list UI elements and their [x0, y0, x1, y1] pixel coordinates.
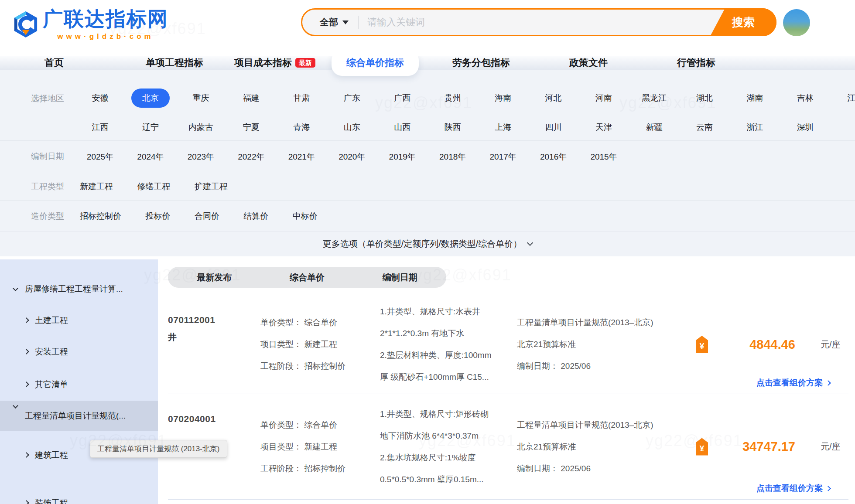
chevron-right-icon [825, 486, 831, 491]
region-option-label: 重庆 [192, 92, 209, 104]
date-option[interactable]: 2015年 [580, 151, 628, 163]
region-option[interactable]: 山西 [378, 122, 427, 133]
region-option-label: 黑龙江 [642, 92, 667, 104]
price-type-option[interactable]: 合同价 [195, 211, 219, 222]
region-option[interactable]: 江苏 [831, 92, 855, 104]
site-url: www·gldzb·com [43, 32, 168, 41]
project-type-option[interactable]: 修缮工程 [137, 181, 170, 192]
region-option[interactable]: 福建 [227, 92, 275, 104]
search-category-value: 全部 [320, 16, 338, 28]
region-option[interactable]: 安徽 [76, 92, 124, 104]
new-badge: 最新 [295, 58, 315, 68]
sidebar-item[interactable]: 其它清单 [0, 379, 158, 390]
region-option-label: 江西 [92, 122, 109, 133]
sort-tab[interactable]: 最新发布 [197, 272, 232, 283]
filter-row-price-type: 造价类型 招标控制价 投标价 合同价 结算价 中标价 [0, 201, 855, 232]
price-type-option[interactable]: 中标价 [293, 211, 318, 222]
date-option[interactable]: 2024年 [126, 151, 174, 163]
date-option[interactable]: 2018年 [428, 151, 477, 163]
nav-item[interactable]: 行管指标 [677, 56, 715, 69]
date-option[interactable]: 2020年 [328, 151, 376, 163]
date-option[interactable]: 2016年 [529, 151, 578, 163]
region-option[interactable]: 河南 [580, 92, 628, 104]
region-option[interactable]: 吉林 [781, 92, 829, 104]
price-type-option[interactable]: 结算价 [243, 211, 268, 222]
date-option[interactable]: 2025年 [76, 151, 124, 163]
filter-panel: 选择地区 安徽 北京 重庆 福建 甘肃 广东 广西 贵州 [0, 70, 855, 256]
region-option[interactable]: 陕西 [428, 122, 477, 133]
region-option-label: 海南 [495, 92, 511, 104]
region-option[interactable]: 广东 [328, 92, 376, 104]
region-option[interactable]: 广西 [378, 92, 427, 104]
region-option[interactable]: 湖北 [680, 92, 728, 104]
region-option[interactable]: 甘肃 [277, 92, 326, 104]
date-option[interactable]: 2023年 [177, 151, 225, 163]
region-option[interactable]: 天津 [580, 122, 628, 133]
date-option[interactable]: 2021年 [277, 151, 326, 163]
filter-row-date: 编制日期 2025年 2024年 2023年 2022年 2021年 2020年… [0, 141, 855, 172]
price-type-option[interactable]: 招标控制价 [80, 211, 121, 222]
date-option[interactable]: 2017年 [479, 151, 527, 163]
filter-label-project-type: 工程类型 [31, 181, 64, 192]
price-type-option[interactable]: 投标价 [145, 211, 170, 222]
region-option[interactable]: 新疆 [630, 122, 678, 133]
nav-item[interactable]: 项目成本指标 最新 [234, 56, 315, 69]
sidebar-item[interactable]: 安装工程 [0, 346, 158, 358]
region-option[interactable]: 内蒙古 [177, 122, 225, 133]
region-option-label: 安徽 [92, 92, 109, 104]
search-input[interactable] [359, 10, 775, 35]
region-option[interactable]: 湖南 [731, 92, 779, 104]
region-option[interactable]: 上海 [479, 122, 527, 133]
region-option-label: 贵州 [445, 92, 461, 104]
region-option[interactable]: 四川 [529, 122, 578, 133]
nav-item[interactable]: 政策文件 [569, 56, 608, 69]
item-name: 井 [168, 331, 255, 343]
region-option[interactable]: 青海 [277, 122, 326, 133]
logo[interactable]: 广联达指标网 www·gldzb·com [13, 6, 168, 41]
more-options-toggle[interactable]: 更多选项（单价类型/定额序列/数据类型/综合单价） [0, 232, 855, 256]
date-option-label: 2015年 [590, 151, 617, 163]
region-option[interactable]: 宁夏 [227, 122, 275, 133]
region-option-label: 广东 [344, 92, 360, 104]
sort-tab[interactable]: 综合单价 [290, 272, 325, 283]
item-meta: 工程量清单项目计量规范(2013–北京)北京21预算标准编制日期： 2025/0… [517, 419, 670, 474]
region-option[interactable]: 深圳 [781, 122, 829, 133]
nav-item[interactable]: 劳务分包指标 [452, 56, 510, 69]
meta-line: 编制日期： 2025/06 [517, 361, 670, 372]
header: 广联达指标网 www·gldzb·com 全部 搜索 [0, 0, 855, 56]
view-plan-link[interactable]: 点击查看组价方案 [756, 483, 830, 494]
nav-item-label: 单项工程指标 [146, 56, 203, 69]
search-category-dropdown[interactable]: 全部 [302, 16, 358, 28]
region-option[interactable]: 重庆 [177, 92, 225, 104]
region-option[interactable]: 海南 [479, 92, 527, 104]
region-option-label: 青海 [293, 122, 310, 133]
region-option[interactable]: 黑龙江 [630, 92, 678, 104]
region-option[interactable]: 辽宁 [126, 122, 174, 133]
date-option[interactable]: 2022年 [227, 151, 275, 163]
sidebar-item[interactable]: 装饰工程 [0, 497, 158, 504]
region-option[interactable]: 河北 [529, 92, 578, 104]
date-option[interactable]: 2019年 [378, 151, 427, 163]
region-option[interactable]: 江西 [76, 122, 124, 133]
view-plan-link[interactable]: 点击查看组价方案 [756, 377, 830, 388]
chevron-right-icon [24, 452, 29, 458]
nav-item[interactable]: 首页 [44, 56, 64, 69]
sort-tab[interactable]: 编制日期 [383, 272, 417, 283]
chevron-down-icon [527, 239, 533, 245]
region-option[interactable]: 浙江 [731, 122, 779, 133]
sidebar-item[interactable]: 房屋修缮工程工程量计算... [0, 283, 158, 295]
region-option[interactable]: 云南 [680, 122, 728, 133]
sidebar-item[interactable]: 土建工程 [0, 315, 158, 326]
region-option[interactable]: 北京 [126, 89, 174, 108]
region-option[interactable]: 山东 [328, 122, 376, 133]
item-attributes: 单价类型： 综合单价项目类型： 新建工程工程阶段： 招标控制价 [260, 317, 345, 372]
result-row: 070204001 单价类型： 综合单价项目类型： 新建工程工程阶段： 招标控制… [168, 394, 848, 500]
nav-item[interactable]: 单项工程指标 [146, 56, 203, 69]
sidebar-item[interactable]: 工程量清单项目计量规范(... [0, 401, 158, 431]
project-type-option[interactable]: 扩建工程 [195, 181, 228, 192]
region-option-label: 北京 [131, 89, 170, 108]
description-line: 地下消防水池 6*4*3*0.37m [380, 430, 515, 442]
project-type-option[interactable]: 新建工程 [80, 181, 113, 192]
region-option[interactable]: 贵州 [428, 92, 477, 104]
avatar[interactable] [783, 9, 810, 36]
